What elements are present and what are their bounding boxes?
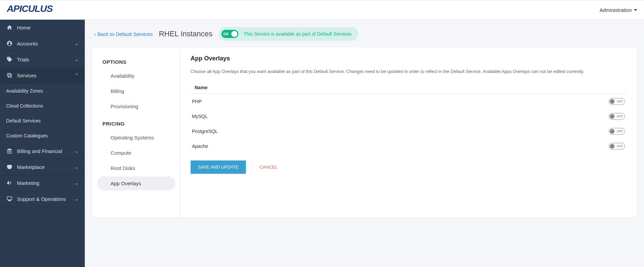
overlay-row: PostgreSQL OFF [191,124,626,139]
toggle-knob [231,31,237,37]
service-toggle[interactable]: ON [221,30,238,38]
overlay-name: PHP [192,99,202,104]
toggle-knob [610,129,614,134]
overlay-row: MySQL OFF [191,109,626,124]
option-availability[interactable]: Availability [97,69,175,83]
sidebar-sub-availability-zones[interactable]: Availability Zones [0,83,85,98]
status-pill: ON This Service is available as part of … [219,27,358,41]
status-text: This Service is available as part of Def… [244,31,352,37]
toggle-knob [610,144,614,149]
admin-dropdown[interactable]: Administration [600,7,637,13]
sidebar-item-label: Billing and Financial [17,148,71,154]
overlay-toggle[interactable]: OFF [609,113,625,120]
toggle-state-label: ON [223,32,229,36]
home-icon [6,24,13,31]
options-header: OPTIONS [92,56,180,68]
options-column: OPTIONS Availability Billing Provisionin… [92,47,180,217]
overlay-toggle[interactable]: OFF [609,128,625,135]
overlay-toggle[interactable]: OFF [609,98,625,105]
toggle-knob [610,114,614,119]
sidebar-sub-default-services[interactable]: Default Services [0,113,85,128]
user-icon [6,40,13,46]
sidebar-item-marketplace[interactable]: Marketplace ⌄ [0,159,85,175]
admin-label: Administration [600,7,632,13]
overlay-name: Apache [192,144,208,149]
sidebar-item-label: Trials [17,57,71,62]
back-label: Back to Default Services [97,31,153,37]
monitor-icon [6,196,13,202]
chevron-down-icon: ⌄ [75,57,79,62]
detail-column: App Overlays Choose all App Overlays tha… [180,47,637,217]
option-app-overlays[interactable]: App Overlays [97,176,175,190]
cancel-button[interactable]: CANCEL [259,165,277,170]
option-provisioning[interactable]: Provisioning [97,99,175,113]
toggle-knob [610,99,614,104]
sidebar-item-label: Home [17,25,79,31]
page-header: ‹ Back to Default Services RHEL Instance… [85,20,644,47]
detail-description: Choose all App Overlays that you want av… [191,68,626,75]
overlay-row: PHP OFF [191,94,626,109]
sidebar-item-label: Support & Operations [17,196,71,202]
megaphone-icon [6,180,13,186]
svg-text:APICULUS: APICULUS [7,4,53,14]
sidebar-item-billing[interactable]: Billing and Financial ⌄ [0,143,85,159]
main: ‹ Back to Default Services RHEL Instance… [85,20,644,267]
sidebar-item-home[interactable]: Home [0,20,85,36]
sidebar: Home Accounts ⌄ Trials ⌄ Services ⌃ Avai… [0,20,85,267]
chevron-down-icon: ⌄ [75,148,79,154]
action-bar: SAVE AND UPDATE CANCEL [191,160,626,174]
overlay-name: MySQL [192,114,208,119]
store-icon [6,164,13,170]
back-link[interactable]: ‹ Back to Default Services [94,31,153,37]
option-billing[interactable]: Billing [97,84,175,98]
chevron-down-icon: ⌄ [75,180,79,186]
toggle-state-label: OFF [617,100,623,103]
table-header-name: Name [191,81,626,94]
chevron-down-icon: ⌄ [75,196,79,202]
pricing-header: PRICING [92,118,180,129]
sidebar-item-marketing[interactable]: Marketing ⌄ [0,175,85,191]
topbar: APICULUS Administration [0,0,644,20]
sidebar-item-label: Marketplace [17,164,71,170]
sidebar-sub-cloud-collections[interactable]: Cloud Collections [0,98,85,113]
detail-title: App Overlays [191,55,626,62]
sidebar-item-trials[interactable]: Trials ⌄ [0,52,85,68]
option-operating-systems[interactable]: Operating Systems [97,131,175,145]
content-panel: OPTIONS Availability Billing Provisionin… [92,47,637,217]
option-root-disks[interactable]: Root Disks [97,161,175,175]
layers-icon [6,72,13,78]
chevron-down-icon: ⌄ [75,41,79,46]
chevron-down-icon: ⌄ [75,164,79,170]
sidebar-item-label: Services [17,73,71,78]
sidebar-item-support[interactable]: Support & Operations ⌄ [0,191,85,207]
caret-down-icon [634,9,637,11]
save-button[interactable]: SAVE AND UPDATE [191,160,246,174]
sidebar-item-accounts[interactable]: Accounts ⌄ [0,36,85,52]
overlay-toggle[interactable]: OFF [609,143,625,150]
sidebar-item-label: Accounts [17,41,71,46]
page-title: RHEL Instances [159,30,212,38]
chevron-left-icon: ‹ [94,31,96,37]
logo: APICULUS [7,4,70,16]
toggle-state-label: OFF [617,145,623,148]
option-compute[interactable]: Compute [97,146,175,160]
sidebar-item-services[interactable]: Services ⌃ [0,68,85,83]
toggle-state-label: OFF [617,115,623,118]
toggle-state-label: OFF [617,130,623,133]
chevron-up-icon: ⌃ [75,73,79,78]
overlay-name: PostgreSQL [192,129,218,134]
bank-icon [6,148,13,154]
overlay-row: Apache OFF [191,139,626,154]
sidebar-item-label: Marketing [17,180,71,186]
tag-icon [6,56,13,62]
sidebar-sub-custom-catalogues[interactable]: Custom Catalogues [0,128,85,143]
